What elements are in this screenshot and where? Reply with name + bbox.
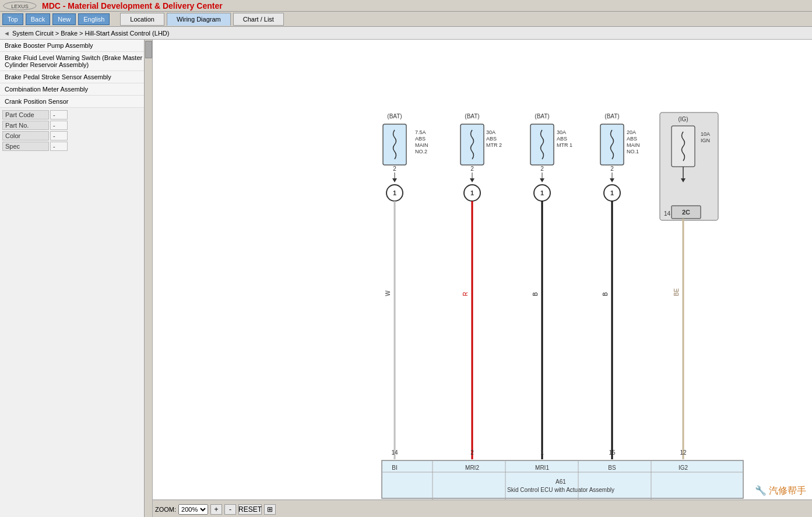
svg-text:2C: 2C — [682, 209, 690, 216]
svg-text:30A: 30A — [557, 129, 566, 135]
zoom-label: ZOOM: — [155, 506, 176, 513]
tab-chart-list[interactable]: Chart / List — [233, 13, 284, 26]
svg-text:15: 15 — [609, 449, 616, 456]
svg-text:ABS: ABS — [557, 136, 567, 142]
svg-text:IGN: IGN — [701, 138, 710, 143]
svg-text:2: 2 — [470, 449, 474, 456]
svg-text:2: 2 — [540, 166, 544, 172]
watermark: 🔧 汽修帮手 — [755, 485, 806, 497]
diagram-area[interactable]: (BAT) 7.5A ABS MAIN NO.2 2 1 — [153, 40, 812, 517]
svg-text:(IG): (IG) — [678, 116, 688, 122]
svg-text:1: 1 — [393, 189, 396, 196]
breadcrumb-bar: ◄ System Circuit > Brake > Hill-Start As… — [0, 27, 812, 40]
svg-text:1: 1 — [610, 189, 614, 196]
top-bar: LEXUS MDC - Material Development & Deliv… — [0, 0, 812, 12]
svg-text:NO.1: NO.1 — [627, 149, 639, 154]
svg-text:W: W — [385, 290, 391, 296]
svg-text:1: 1 — [470, 189, 474, 196]
spec-value: - — [50, 142, 68, 151]
english-button[interactable]: English — [78, 13, 110, 25]
zoom-reset-button[interactable]: RESET — [238, 504, 262, 515]
main-layout: Brake Booster Pump Assembly Brake Fluid … — [0, 40, 812, 517]
sidebar-item-crank-position[interactable]: Crank Position Sensor — [0, 96, 152, 108]
app-title: MDC - Material Development & Delivery Ce… — [42, 1, 223, 10]
wiring-diagram-svg: (BAT) 7.5A ABS MAIN NO.2 2 1 — [153, 40, 794, 506]
svg-text:2: 2 — [610, 166, 614, 172]
svg-text:BI: BI — [392, 465, 397, 471]
svg-marker-10 — [392, 178, 397, 182]
svg-text:30A: 30A — [486, 129, 495, 135]
zoom-select[interactable]: 200% 150% 100% 75% — [178, 504, 208, 515]
zoom-in-button[interactable]: + — [210, 504, 222, 515]
new-button[interactable]: New — [52, 13, 76, 25]
svg-text:10A: 10A — [701, 131, 710, 137]
svg-marker-36 — [540, 178, 544, 182]
part-no-label: Part No. — [2, 121, 49, 130]
svg-text:14: 14 — [391, 449, 398, 456]
part-code-label: Part Code — [2, 110, 49, 119]
svg-text:(BAT): (BAT) — [535, 113, 549, 119]
svg-text:B: B — [602, 292, 609, 296]
svg-text:1: 1 — [540, 449, 544, 456]
sidebar-item-combination-meter[interactable]: Combination Meter Assembly — [0, 83, 152, 96]
prop-part-no: Part No. - — [2, 121, 150, 130]
breadcrumb-arrow: ◄ — [3, 30, 10, 37]
svg-text:MAIN: MAIN — [415, 142, 428, 148]
svg-text:(BAT): (BAT) — [387, 113, 402, 119]
breadcrumb: System Circuit > Brake > Hill-Start Assi… — [12, 30, 170, 37]
svg-text:MTR 1: MTR 1 — [557, 142, 572, 148]
sidebar-item-brake-pedal[interactable]: Brake Pedal Stroke Sensor Assembly — [0, 71, 152, 83]
svg-text:Skid Control ECU with Actuator: Skid Control ECU with Actuator Assembly — [507, 487, 614, 493]
svg-text:IG2: IG2 — [679, 465, 688, 471]
svg-text:MAIN: MAIN — [627, 142, 640, 148]
svg-text:ABS: ABS — [415, 136, 426, 142]
part-code-value: - — [50, 110, 68, 119]
zoom-bar: ZOOM: 200% 150% 100% 75% + - RESET ⊞ — [153, 500, 812, 517]
properties-panel: Part Code - Part No. - Color - Spec - — [0, 108, 152, 154]
svg-text:7.5A: 7.5A — [415, 129, 426, 135]
tab-wiring-diagram[interactable]: Wiring Diagram — [167, 13, 231, 26]
svg-text:(BAT): (BAT) — [604, 113, 619, 119]
svg-text:MRI2: MRI2 — [465, 465, 479, 471]
svg-marker-23 — [470, 178, 474, 182]
svg-text:B: B — [532, 292, 539, 296]
back-button[interactable]: Back — [26, 13, 50, 25]
sidebar-item-brake-booster[interactable]: Brake Booster Pump Assembly — [0, 40, 152, 52]
svg-text:R: R — [462, 292, 469, 296]
svg-text:(BAT): (BAT) — [465, 113, 479, 119]
diagram-canvas: (BAT) 7.5A ABS MAIN NO.2 2 1 — [153, 40, 794, 517]
color-label: Color — [2, 131, 49, 140]
svg-text:BS: BS — [608, 465, 616, 471]
spec-label: Spec — [2, 142, 49, 151]
tab-location[interactable]: Location — [120, 13, 164, 26]
prop-spec: Spec - — [2, 142, 150, 151]
svg-text:NO.2: NO.2 — [415, 149, 427, 154]
color-value: - — [50, 131, 68, 140]
sidebar-item-brake-fluid[interactable]: Brake Fluid Level Warning Switch (Brake … — [0, 52, 152, 71]
svg-text:2: 2 — [393, 166, 396, 172]
prop-part-code: Part Code - — [2, 110, 150, 119]
svg-text:LEXUS: LEXUS — [11, 3, 29, 9]
svg-text:2: 2 — [470, 166, 474, 172]
zoom-out-button[interactable]: - — [224, 504, 236, 515]
part-no-value: - — [50, 121, 68, 130]
svg-text:ABS: ABS — [486, 136, 497, 142]
prop-color: Color - — [2, 131, 150, 140]
sidebar-scrollbar[interactable] — [144, 40, 152, 517]
svg-text:14: 14 — [664, 210, 671, 217]
svg-marker-50 — [610, 178, 614, 182]
lexus-logo: LEXUS — [2, 1, 37, 10]
svg-text:ABS: ABS — [627, 136, 637, 142]
svg-text:MTR 2: MTR 2 — [486, 142, 502, 148]
svg-text:BE: BE — [673, 288, 680, 296]
svg-text:1: 1 — [540, 189, 544, 196]
svg-text:MRI1: MRI1 — [535, 465, 549, 471]
svg-text:12: 12 — [680, 449, 687, 456]
svg-text:A61: A61 — [556, 479, 566, 485]
top-button[interactable]: Top — [2, 13, 23, 25]
svg-text:20A: 20A — [627, 129, 636, 135]
sidebar: Brake Booster Pump Assembly Brake Fluid … — [0, 40, 153, 517]
zoom-fit-button[interactable]: ⊞ — [264, 504, 276, 515]
